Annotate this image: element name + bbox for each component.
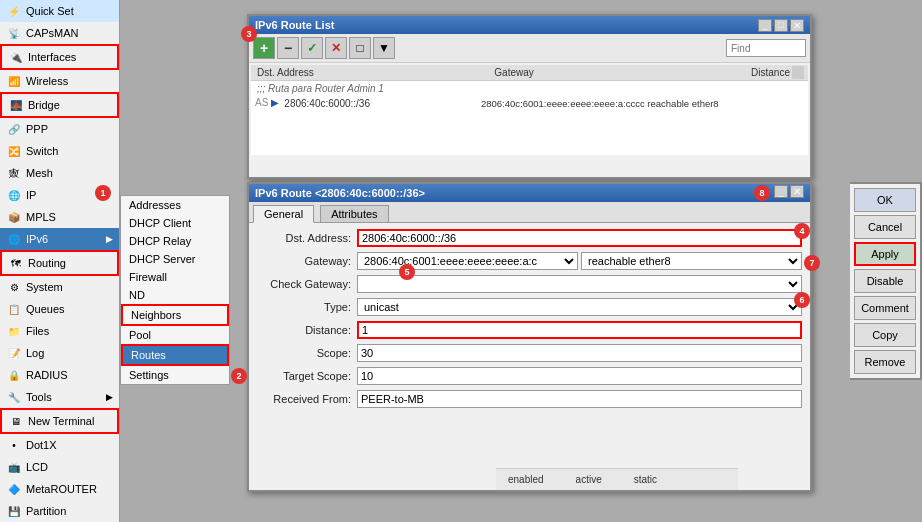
sidebar: ⚡ Quick Set 📡 CAPsMAN 🔌 Interfaces 📶 Wir… (0, 0, 120, 522)
sidebar-item-files[interactable]: 📁 Files (0, 320, 119, 342)
route-list-titlebar: IPv6 Route List _ □ ✕ (249, 16, 810, 34)
received-from-input[interactable] (357, 390, 802, 408)
tools-icon: 🔧 (6, 389, 22, 405)
badge-7: 7 (804, 255, 820, 271)
edit-close-button[interactable]: ✕ (790, 185, 804, 198)
sidebar-item-metarouter[interactable]: 🔷 MetaROUTER (0, 478, 119, 500)
submenu-item-dhcpserver[interactable]: DHCP Server (121, 250, 229, 268)
badge-6: 6 (794, 292, 810, 308)
files-icon: 📁 (6, 323, 22, 339)
distance-input[interactable] (357, 321, 802, 339)
badge-1: 1 (95, 185, 111, 201)
submenu-item-settings[interactable]: Settings (121, 366, 229, 384)
disable-button[interactable]: Disable (854, 269, 916, 293)
submenu-item-firewall[interactable]: Firewall (121, 268, 229, 286)
sidebar-item-routing[interactable]: 🗺 Routing (0, 250, 119, 276)
tab-general[interactable]: General (253, 205, 314, 223)
dst-address-input[interactable] (357, 229, 802, 247)
received-from-label: Received From: (257, 393, 357, 405)
sidebar-item-ipv6[interactable]: 🌐 IPv6 ▶ 1 (0, 228, 119, 250)
quickset-icon: ⚡ (6, 3, 22, 19)
route-comment-row: ;;; Ruta para Router Admin 1 (251, 81, 808, 96)
switch-icon: 🔀 (6, 143, 22, 159)
maximize-button[interactable]: □ (774, 19, 788, 32)
radius-icon: 🔒 (6, 367, 22, 383)
target-scope-row: Target Scope: (257, 367, 802, 385)
sidebar-item-newterminal[interactable]: 🖥 New Terminal (0, 408, 119, 434)
wireless-icon: 📶 (6, 73, 22, 89)
sidebar-item-mpls[interactable]: 📦 MPLS (0, 206, 119, 228)
check-gateway-select[interactable] (357, 275, 802, 293)
close-button[interactable]: ✕ (790, 19, 804, 32)
dot1x-icon: • (6, 437, 22, 453)
submenu-item-addresses[interactable]: Addresses (121, 196, 229, 214)
tab-attributes[interactable]: Attributes (320, 205, 388, 222)
copy-button[interactable]: Copy (854, 323, 916, 347)
routing-icon: 🗺 (8, 255, 24, 271)
log-icon: 📝 (6, 345, 22, 361)
sidebar-item-wireless[interactable]: 📶 Wireless (0, 70, 119, 92)
gateway-row: Gateway: 2806:40c:6001:eeee:eeee:eeee:a:… (257, 252, 802, 270)
route-edit-form: Dst. Address: 4 Gateway: 2806:40c:6001:e… (249, 223, 810, 419)
submenu-item-pool[interactable]: Pool (121, 326, 229, 344)
gateway-extra-select[interactable]: reachable ether8 (581, 252, 802, 270)
ipv6-submenu: Addresses DHCP Client DHCP Relay DHCP Se… (120, 195, 230, 385)
sidebar-item-bridge[interactable]: 🌉 Bridge (0, 92, 119, 118)
newterminal-icon: 🖥 (8, 413, 24, 429)
route-data-row[interactable]: AS ▶ 2806:40c:6000::/36 2806:40c:6001:ee… (251, 96, 808, 111)
window-button[interactable]: □ (349, 37, 371, 59)
partition-icon: 💾 (6, 503, 22, 519)
gateway-select[interactable]: 2806:40c:6001:eeee:eeee:eeee:a:c (357, 252, 578, 270)
mesh-icon: 🕸 (6, 165, 22, 181)
submenu-item-dhcpclient[interactable]: DHCP Client (121, 214, 229, 232)
sidebar-item-switch[interactable]: 🔀 Switch (0, 140, 119, 162)
sidebar-item-quickset[interactable]: ⚡ Quick Set (0, 0, 119, 22)
check-gateway-row: Check Gateway: (257, 275, 802, 293)
status-enabled: enabled (502, 472, 550, 487)
submenu-item-dhcprelay[interactable]: DHCP Relay (121, 232, 229, 250)
remove-button[interactable]: Remove (854, 350, 916, 374)
check-button[interactable]: ✓ (301, 37, 323, 59)
ok-button[interactable]: OK (854, 188, 916, 212)
remove-route-button[interactable]: − (277, 37, 299, 59)
dst-address-row: Dst. Address: 4 (257, 229, 802, 247)
filter-button[interactable]: ▼ (373, 37, 395, 59)
sidebar-item-interfaces[interactable]: 🔌 Interfaces (0, 44, 119, 70)
sidebar-item-capsman[interactable]: 📡 CAPsMAN (0, 22, 119, 44)
minimize-button[interactable]: _ (758, 19, 772, 32)
type-select[interactable]: unicast (357, 298, 802, 316)
apply-button[interactable]: Apply (854, 242, 916, 266)
route-list-table: Dst. Address Gateway Distance ;;; Ruta p… (251, 65, 808, 155)
scope-label: Scope: (257, 347, 357, 359)
type-row: Type: unicast 6 (257, 298, 802, 316)
sidebar-item-lcd[interactable]: 📺 LCD (0, 456, 119, 478)
badge-3: 3 (241, 26, 257, 42)
sidebar-item-tools[interactable]: 🔧 Tools ▶ (0, 386, 119, 408)
system-icon: ⚙ (6, 279, 22, 295)
badge-5: 5 (399, 264, 415, 280)
sidebar-item-system[interactable]: ⚙ System (0, 276, 119, 298)
add-route-button[interactable]: + (253, 37, 275, 59)
sidebar-item-mesh[interactable]: 🕸 Mesh (0, 162, 119, 184)
ip-icon: 🌐 (6, 187, 22, 203)
cancel-button[interactable]: Cancel (854, 215, 916, 239)
route-edit-titlebar: IPv6 Route <2806:40c:6000::/36> 8 _ ✕ (249, 184, 810, 202)
edit-minimize-button[interactable]: _ (774, 185, 788, 198)
submenu-item-nd[interactable]: ND (121, 286, 229, 304)
submenu-item-routes[interactable]: Routes (121, 344, 229, 366)
cross-button[interactable]: ✕ (325, 37, 347, 59)
scope-input[interactable] (357, 344, 802, 362)
route-list-controls: _ □ ✕ (758, 19, 804, 32)
sidebar-item-ppp[interactable]: 🔗 PPP (0, 118, 119, 140)
route-edit-window: IPv6 Route <2806:40c:6000::/36> 8 _ ✕ Ge… (247, 182, 812, 492)
submenu-item-neighbors[interactable]: Neighbors (121, 304, 229, 326)
sidebar-item-dot1x[interactable]: • Dot1X (0, 434, 119, 456)
sidebar-item-queues[interactable]: 📋 Queues (0, 298, 119, 320)
sidebar-item-radius[interactable]: 🔒 RADIUS (0, 364, 119, 386)
tools-arrow-icon: ▶ (106, 392, 113, 402)
comment-button[interactable]: Comment (854, 296, 916, 320)
sidebar-item-log[interactable]: 📝 Log (0, 342, 119, 364)
sidebar-item-partition[interactable]: 💾 Partition (0, 500, 119, 522)
find-input[interactable] (726, 39, 806, 57)
target-scope-input[interactable] (357, 367, 802, 385)
